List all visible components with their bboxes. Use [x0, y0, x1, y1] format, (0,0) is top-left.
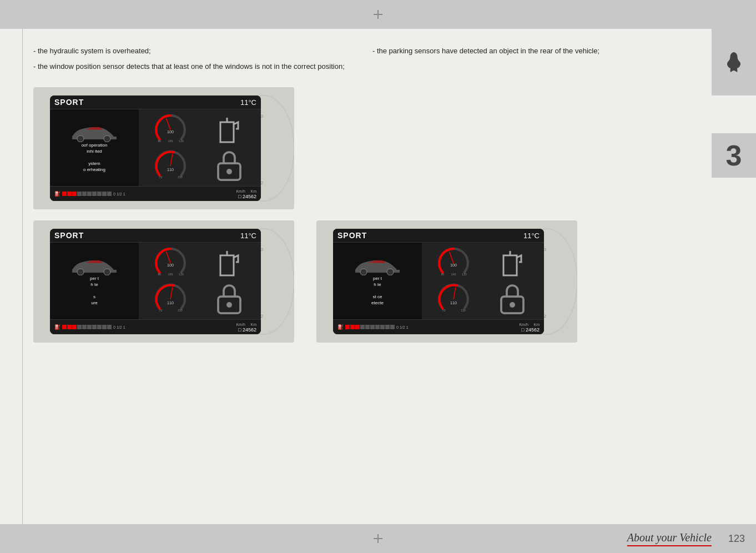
- svg-text:70: 70: [159, 308, 163, 311]
- gauge-fuel-icon-1: [201, 113, 258, 147]
- bottom-images-row: 3 2 SPORT 11°C: [33, 220, 712, 343]
- fuel-label-half: 1/2: [117, 192, 122, 196]
- lock-icon-3: [484, 282, 541, 316]
- svg-text:100: 100: [167, 263, 174, 268]
- svg-text:110: 110: [450, 300, 457, 305]
- svg-text:80: 80: [158, 139, 161, 142]
- page-number: 123: [728, 533, 745, 545]
- svg-text:150: 150: [461, 308, 466, 311]
- fuel-seg-7: [92, 192, 97, 196]
- svg-text:80: 80: [158, 272, 161, 275]
- svg-text:110: 110: [167, 300, 174, 305]
- dash-temp-2: 11°C: [240, 232, 256, 240]
- svg-text:120: 120: [179, 272, 184, 275]
- dash-header-2: SPORT 11°C: [50, 229, 261, 243]
- text-section: - the hydraulic system is overheated; - …: [33, 46, 712, 76]
- fuel-segments-3: [345, 325, 395, 329]
- fuel-labels-3: 0 1/2 1: [396, 325, 409, 329]
- top-bar: [0, 0, 756, 29]
- svg-point-41: [387, 269, 394, 275]
- svg-text:140: 140: [168, 272, 173, 275]
- dash-right-panel-1: 100 80 120 140: [139, 109, 261, 186]
- fuel-labels-2: 0 1/2 1: [113, 325, 125, 329]
- svg-text:110: 110: [167, 167, 174, 172]
- warning-text-2: per t h te s ure: [90, 275, 99, 306]
- car-silhouette-3: [352, 256, 402, 275]
- fuel-segments-2: [62, 325, 112, 329]
- svg-line-9: [167, 118, 170, 129]
- fuel-seg-8: [97, 192, 102, 196]
- svg-text:100: 100: [167, 129, 174, 134]
- svg-text:100: 100: [450, 263, 457, 268]
- fuel-labels-1: 0 1/2 1: [113, 192, 125, 196]
- dash-header-3: SPORT 11°C: [333, 229, 544, 243]
- gauge-fuel-icon-2: [201, 246, 258, 280]
- left-text-column: - the hydraulic system is overheated; - …: [33, 46, 372, 76]
- dash-left-panel-2: per t h te s ure: [50, 243, 139, 319]
- bullet-item-3: - the parking sensors have detected an o…: [372, 46, 689, 57]
- svg-rect-29: [220, 255, 234, 275]
- right-text-column: - the parking sensors have detected an o…: [372, 46, 712, 76]
- svg-text:140: 140: [168, 139, 173, 142]
- fuel-label-0: 0: [113, 192, 115, 196]
- svg-text:120: 120: [179, 139, 184, 142]
- svg-text:3: 3: [544, 247, 547, 252]
- svg-line-16: [170, 154, 173, 165]
- fuel-seg-3: [72, 192, 77, 196]
- fuel-seg-6: [87, 192, 92, 196]
- svg-rect-47: [503, 255, 517, 275]
- fuel-bar-1: ⛽: [54, 191, 125, 197]
- dash-mode-2: SPORT: [54, 231, 84, 240]
- odometer-3: Km/h Km □ 24562: [519, 321, 540, 333]
- fuel-pump-icon-1: [213, 113, 246, 147]
- svg-text:2: 2: [544, 314, 547, 319]
- ferrari-horse-icon: [725, 51, 743, 73]
- dash-right-panel-2: 100 80 120 140: [139, 243, 261, 319]
- dash-mode-3: SPORT: [337, 231, 367, 240]
- dash-mode-1: SPORT: [54, 98, 84, 107]
- svg-line-28: [167, 252, 170, 263]
- page-content: - the hydraulic system is overheated; - …: [33, 29, 712, 524]
- gauge-oil-1: 110 70 150 50 170: [142, 149, 199, 183]
- svg-text:150: 150: [178, 175, 183, 178]
- fuel-seg-9: [102, 192, 107, 196]
- dash-bottom-3: ⛽: [333, 319, 544, 334]
- lock-icon-2: [201, 282, 258, 316]
- fuel-seg-1: [62, 192, 67, 196]
- warning-text-1: oof operation inhi ited ystem o erheatin…: [82, 142, 108, 173]
- top-right-logo-area: [712, 29, 756, 95]
- dash-temp-3: 11°C: [523, 232, 540, 240]
- lock-icon-1: [201, 149, 258, 183]
- dash-right-panel-3: 100 80 120 140: [422, 243, 544, 319]
- svg-point-36: [226, 302, 232, 308]
- bullet-item-1: - the hydraulic system is overheated;: [33, 46, 350, 57]
- svg-line-46: [450, 252, 453, 263]
- bullet-item-2: - the window position sensor detects tha…: [33, 61, 350, 72]
- kmh-label-1: Km/h Km: [236, 189, 256, 193]
- svg-text:80: 80: [441, 272, 444, 275]
- bottom-bar: About your Vehicle 123: [0, 524, 756, 553]
- svg-text:2: 2: [261, 314, 264, 319]
- svg-point-18: [226, 169, 232, 174]
- svg-point-54: [510, 302, 515, 308]
- dash-body-2: per t h te s ure: [50, 243, 261, 319]
- fuel-seg-2: [67, 192, 72, 196]
- svg-text:120: 120: [462, 272, 467, 275]
- dashboard-screen-1: SPORT 11°C: [50, 95, 261, 201]
- bottom-right-area: About your Vehicle 123: [627, 524, 756, 553]
- gauge-coolant-3: 100 80 120 140: [425, 246, 482, 280]
- car-silhouette-2: [69, 256, 119, 275]
- lock-symbol-1: [213, 149, 246, 183]
- dash-left-panel-3: per t h te st ce etecte: [333, 243, 422, 319]
- svg-point-40: [360, 269, 367, 275]
- dash-body-3: per t h te st ce etecte: [333, 243, 544, 319]
- about-vehicle-text: About your Vehicle: [627, 531, 712, 546]
- svg-point-3: [77, 135, 84, 142]
- gauge-coolant-2: 100 80 120 140: [142, 246, 199, 280]
- gauge-fuel-icon-3: [484, 246, 541, 280]
- dash-bottom-2: ⛽: [50, 319, 261, 334]
- dashboard-container-3: 3 2 SPORT 11°C: [316, 220, 577, 343]
- svg-rect-10: [220, 122, 234, 142]
- crosshair-top-icon: [374, 10, 382, 19]
- svg-line-34: [170, 287, 173, 299]
